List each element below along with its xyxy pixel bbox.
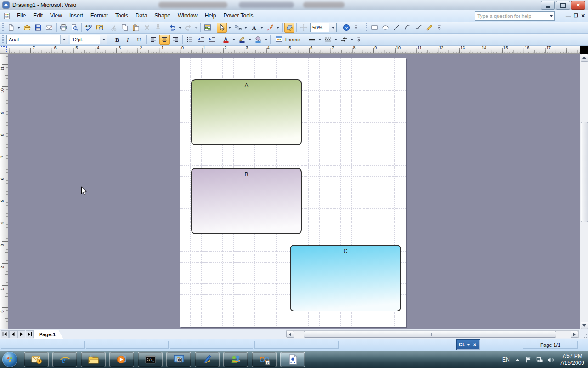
rectangle-tool-button[interactable] bbox=[369, 23, 379, 33]
spelling-button[interactable]: ABC bbox=[84, 23, 94, 33]
text-tool-button[interactable]: A bbox=[249, 23, 259, 33]
fill-color-button[interactable] bbox=[253, 34, 263, 45]
close-icon[interactable]: ✕ bbox=[473, 342, 476, 347]
drawing-tool-button[interactable] bbox=[284, 23, 294, 33]
line-ends-button[interactable] bbox=[339, 34, 349, 45]
print-preview-button[interactable] bbox=[69, 23, 79, 33]
taskbar-button-windows-explorer[interactable] bbox=[81, 352, 106, 367]
chevron-down-icon[interactable] bbox=[467, 344, 470, 346]
font-name-combobox[interactable]: Arial bbox=[6, 34, 68, 44]
text-tool-dropdown-button[interactable] bbox=[259, 23, 264, 33]
font-color-button[interactable]: A bbox=[221, 34, 231, 45]
start-button[interactable] bbox=[2, 352, 17, 367]
language-bar[interactable]: CL ✕ bbox=[456, 339, 480, 350]
line-pattern-button[interactable] bbox=[323, 34, 333, 45]
shape-a[interactable]: A bbox=[191, 79, 302, 145]
menu-window[interactable]: Window bbox=[174, 10, 201, 22]
line-weight-button[interactable] bbox=[307, 34, 317, 45]
vertical-scrollbar-thumb[interactable] bbox=[581, 122, 588, 222]
undo-button[interactable] bbox=[167, 23, 177, 33]
new-dropdown-button[interactable] bbox=[16, 23, 21, 33]
undo-dropdown-button[interactable] bbox=[177, 23, 182, 33]
minimize-button[interactable] bbox=[541, 1, 555, 10]
menu-format[interactable]: Format bbox=[87, 10, 112, 22]
doc-minimize-button[interactable]: — bbox=[566, 12, 571, 19]
taskbar-button-photo-viewer[interactable] bbox=[166, 352, 191, 367]
connector-tool-button[interactable] bbox=[233, 23, 243, 33]
toolbar-options-button[interactable] bbox=[356, 34, 362, 45]
italic-button[interactable]: I bbox=[123, 34, 133, 45]
zoom-level-combobox[interactable]: 50% bbox=[310, 23, 337, 32]
network-icon[interactable] bbox=[536, 356, 543, 363]
arc-tool-button[interactable] bbox=[402, 23, 413, 33]
underline-button[interactable]: U bbox=[134, 34, 144, 45]
scroll-down-button[interactable] bbox=[581, 322, 588, 329]
pointer-tool-dropdown-button[interactable] bbox=[227, 23, 232, 33]
show-hidden-icons-button[interactable] bbox=[514, 356, 521, 363]
new-button[interactable] bbox=[6, 23, 16, 33]
tab-page-1[interactable]: Page-1 bbox=[34, 330, 63, 339]
save-button[interactable] bbox=[33, 23, 43, 33]
paste-button[interactable] bbox=[131, 23, 141, 33]
line-ends-dropdown-button[interactable] bbox=[349, 34, 354, 45]
font-size-combobox[interactable]: 12pt. bbox=[70, 34, 107, 44]
toolbar-handle[interactable] bbox=[2, 23, 4, 32]
pointer-tool-button[interactable] bbox=[217, 23, 227, 33]
increase-indent-button[interactable] bbox=[207, 34, 217, 45]
line-weight-dropdown-button[interactable] bbox=[317, 34, 322, 45]
bullets-button[interactable] bbox=[185, 34, 195, 45]
vertical-scrollbar[interactable] bbox=[580, 54, 588, 329]
taskbar-button-messenger[interactable] bbox=[223, 352, 248, 367]
doc-restore-button[interactable]: ❐ bbox=[574, 12, 578, 19]
scroll-up-button[interactable] bbox=[581, 54, 588, 62]
copy-button[interactable] bbox=[120, 23, 130, 33]
shape-c[interactable]: C bbox=[290, 245, 401, 311]
menu-data[interactable]: Data bbox=[132, 10, 151, 22]
shapes-window-button[interactable] bbox=[203, 23, 213, 33]
volume-icon[interactable] bbox=[547, 356, 554, 363]
align-center-button[interactable] bbox=[159, 34, 170, 45]
menu-insert[interactable]: Insert bbox=[66, 10, 87, 22]
font-color-dropdown-button[interactable] bbox=[231, 34, 236, 45]
fill-color-dropdown-button[interactable] bbox=[263, 34, 268, 45]
shape-b[interactable]: B bbox=[191, 168, 302, 234]
close-button[interactable]: ✕ bbox=[571, 1, 585, 10]
previous-page-button[interactable] bbox=[9, 330, 17, 338]
font-name-dropdown-button[interactable] bbox=[60, 35, 68, 44]
font-size-dropdown-button[interactable] bbox=[100, 35, 107, 44]
theme-button[interactable]: Theme bbox=[272, 34, 303, 45]
ellipse-tool-button[interactable] bbox=[380, 23, 390, 33]
taskbar-button-journal[interactable] bbox=[195, 352, 220, 367]
doc-close-button[interactable]: ✕ bbox=[581, 12, 585, 19]
help-button-button[interactable]: ? bbox=[341, 23, 351, 33]
menu-edit[interactable]: Edit bbox=[29, 10, 46, 22]
taskbar-button-visio[interactable] bbox=[280, 352, 305, 367]
menu-view[interactable]: View bbox=[46, 10, 66, 22]
help-dropdown-button[interactable] bbox=[548, 12, 554, 20]
email-button[interactable] bbox=[44, 23, 54, 33]
pencil-tool-button[interactable] bbox=[424, 23, 435, 33]
help-search-input[interactable]: Type a question for help bbox=[475, 12, 555, 21]
action-center-flag-icon[interactable] bbox=[525, 356, 532, 363]
line-color-button[interactable] bbox=[237, 34, 247, 45]
language-indicator[interactable]: EN bbox=[502, 356, 510, 363]
align-right-button[interactable] bbox=[170, 34, 181, 45]
scroll-left-button[interactable] bbox=[286, 331, 294, 338]
first-page-button[interactable] bbox=[1, 330, 9, 338]
print-button[interactable] bbox=[58, 23, 68, 33]
taskbar-button-media-player[interactable] bbox=[109, 352, 134, 367]
decrease-indent-button[interactable] bbox=[196, 34, 206, 45]
research-button[interactable] bbox=[95, 23, 105, 33]
next-page-button[interactable] bbox=[17, 330, 25, 338]
taskbar-button-visual-studio[interactable]: 9 bbox=[252, 352, 277, 367]
menu-tools[interactable]: Tools bbox=[112, 10, 132, 22]
freeform-tool-button[interactable] bbox=[413, 23, 424, 33]
open-button[interactable] bbox=[22, 23, 32, 33]
last-page-button[interactable] bbox=[26, 330, 34, 338]
toolbar-options-button[interactable] bbox=[353, 23, 359, 33]
toolbar-handle[interactable] bbox=[2, 35, 4, 44]
drawing-page[interactable]: ABC bbox=[180, 58, 406, 327]
taskbar-button-internet-explorer[interactable]: e bbox=[52, 352, 77, 367]
line-pattern-dropdown-button[interactable] bbox=[333, 34, 338, 45]
drawing-canvas[interactable]: ABC bbox=[8, 54, 580, 329]
